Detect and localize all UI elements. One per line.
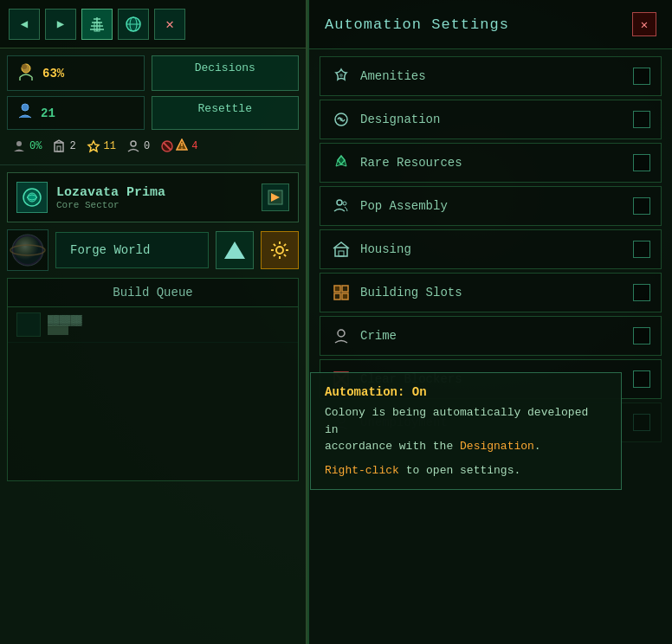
decisions-button[interactable]: Decisions bbox=[152, 55, 300, 91]
gear-icon bbox=[269, 240, 290, 261]
amenities-icon bbox=[331, 66, 352, 87]
svg-point-16 bbox=[181, 147, 183, 149]
svg-rect-31 bbox=[334, 286, 340, 292]
tooltip-designation-link[interactable]: Designation bbox=[460, 440, 534, 453]
crime-label: Crime bbox=[360, 329, 633, 343]
planet-image bbox=[9, 231, 47, 269]
svg-point-21 bbox=[14, 236, 42, 264]
housing-label: Housing bbox=[360, 242, 633, 256]
svg-point-5 bbox=[22, 64, 27, 69]
nav-colony-btn[interactable] bbox=[81, 9, 113, 40]
goto-arrow-icon bbox=[268, 190, 283, 205]
happiness-value: 63% bbox=[42, 67, 64, 80]
housing-icon bbox=[331, 239, 352, 260]
building-slots-label: Building Slots bbox=[360, 286, 633, 299]
tooltip-body: Colony is being automatically developed … bbox=[325, 404, 607, 455]
build-queue-row-1: ▓▓▓▓▓▓ ▓▓▓▓ bbox=[8, 307, 298, 343]
housing-checkbox[interactable] bbox=[633, 241, 650, 258]
automation-item-building-slots[interactable]: Building Slots bbox=[320, 273, 662, 312]
automation-item-housing[interactable]: Housing bbox=[320, 229, 662, 269]
pop-assembly-checkbox[interactable] bbox=[633, 197, 650, 215]
top-nav: ◀ ▶ ✕ bbox=[0, 0, 306, 48]
nav-map-btn[interactable] bbox=[118, 9, 149, 40]
nav-forward-btn[interactable]: ▶ bbox=[45, 9, 76, 40]
automation-item-crime[interactable]: Crime bbox=[320, 316, 662, 356]
building-icon bbox=[52, 139, 66, 153]
svg-rect-10 bbox=[55, 143, 63, 151]
sector-text: Lozavata Prima Core Sector bbox=[56, 185, 165, 210]
svg-rect-30 bbox=[339, 251, 344, 256]
crime-mini-icon bbox=[126, 139, 140, 153]
happiness-stat: 63% bbox=[7, 55, 145, 91]
pop-assembly-label: Pop Assembly bbox=[360, 199, 633, 213]
planet-automation-button[interactable] bbox=[261, 231, 299, 269]
svg-rect-29 bbox=[335, 248, 347, 256]
nav-close-btn[interactable]: ✕ bbox=[154, 9, 185, 40]
automation-item-rare[interactable]: Rare Resources bbox=[320, 143, 662, 183]
designation-icon bbox=[331, 109, 352, 130]
rare-resources-checkbox[interactable] bbox=[633, 154, 650, 171]
forge-world-button[interactable]: Forge World bbox=[55, 232, 209, 268]
sector-icon bbox=[16, 182, 48, 213]
build-queue-title: Build Queue bbox=[8, 279, 298, 307]
svg-point-23 bbox=[276, 247, 283, 254]
svg-point-26 bbox=[339, 118, 343, 121]
sector-details: Lozavata Prima Core Sector bbox=[16, 182, 165, 213]
build-item-time-1: ▓▓▓▓ bbox=[48, 325, 289, 335]
automation-item-pop-assembly[interactable]: Pop Assembly bbox=[320, 186, 662, 226]
planet-up-button[interactable] bbox=[216, 231, 254, 269]
automation-item-amenities[interactable]: Amenities bbox=[320, 56, 662, 96]
amenities-label: Amenities bbox=[360, 69, 633, 83]
warning-icon bbox=[176, 138, 188, 151]
worker-icon bbox=[12, 139, 26, 153]
tooltip-title: Automation: On bbox=[325, 385, 607, 399]
crime-stat: 0 bbox=[126, 139, 150, 153]
nav-back-btn[interactable]: ◀ bbox=[9, 9, 40, 40]
building-slots-checkbox[interactable] bbox=[633, 284, 650, 301]
blocker-icon bbox=[160, 139, 174, 153]
svg-point-12 bbox=[131, 141, 136, 146]
stats-section: 63% Decisions 21 Resettle bbox=[0, 48, 306, 165]
designation-checkbox[interactable] bbox=[633, 111, 650, 128]
building-slots-icon bbox=[331, 282, 352, 303]
clear-blockers-checkbox[interactable] bbox=[633, 370, 650, 388]
crime-checkbox[interactable] bbox=[633, 327, 650, 345]
automation-item-designation[interactable]: Designation bbox=[320, 100, 662, 139]
svg-rect-32 bbox=[342, 286, 348, 292]
build-queue: Build Queue ▓▓▓▓▓▓ ▓▓▓▓ bbox=[7, 278, 299, 481]
map-icon bbox=[125, 16, 142, 33]
mini-stats-row: 0% 2 11 0 bbox=[7, 135, 299, 158]
svg-rect-34 bbox=[342, 293, 348, 299]
svg-point-9 bbox=[16, 141, 22, 146]
resettle-button[interactable]: Resettle bbox=[152, 96, 300, 130]
automation-close-btn[interactable]: ✕ bbox=[632, 12, 656, 36]
svg-point-8 bbox=[22, 104, 29, 111]
population-icon bbox=[16, 102, 34, 124]
pop-assembly-icon bbox=[331, 196, 352, 216]
build-item-name-1: ▓▓▓▓▓▓ bbox=[48, 315, 289, 325]
svg-point-28 bbox=[343, 202, 346, 205]
unemployment-checkbox[interactable] bbox=[633, 414, 650, 431]
svg-rect-33 bbox=[334, 293, 340, 299]
crime-icon bbox=[331, 325, 352, 346]
stats-top-row: 63% Decisions bbox=[7, 55, 299, 91]
sector-name: Lozavata Prima bbox=[56, 185, 165, 200]
sector-goto-btn[interactable] bbox=[262, 184, 289, 211]
svg-point-27 bbox=[337, 200, 342, 205]
tooltip-action: Right-click to open settings. bbox=[325, 464, 607, 477]
planet-thumbnail bbox=[7, 229, 48, 271]
build-item-icon-1 bbox=[16, 312, 41, 337]
amenities-mini-icon bbox=[87, 139, 100, 153]
unemployed-stat: 0% bbox=[12, 139, 42, 153]
population-value: 21 bbox=[41, 106, 55, 120]
amenities-stat: 11 bbox=[87, 139, 116, 153]
population-stat: 21 bbox=[7, 96, 145, 130]
build-item-info-1: ▓▓▓▓▓▓ ▓▓▓▓ bbox=[48, 315, 289, 335]
automation-tooltip: Automation: On Colony is being automatic… bbox=[310, 372, 622, 490]
amenities-checkbox[interactable] bbox=[633, 68, 650, 85]
happiness-icon bbox=[16, 61, 36, 85]
rare-resources-icon bbox=[331, 152, 352, 173]
sector-sub: Core Sector bbox=[56, 200, 165, 210]
svg-point-24 bbox=[339, 74, 343, 77]
colony-icon bbox=[88, 16, 106, 33]
